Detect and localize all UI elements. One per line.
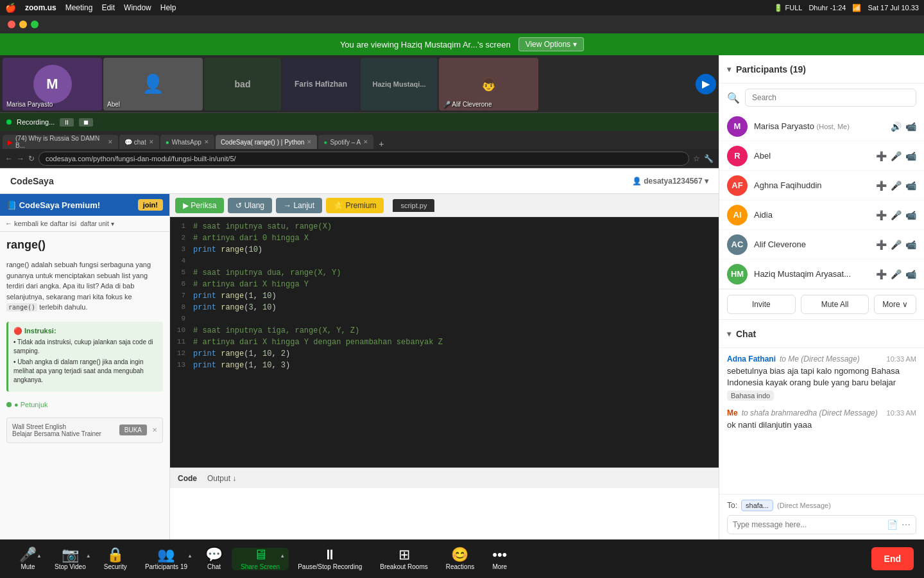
toolbar-recording[interactable]: ⏸ Pause/Stop Recording <box>289 548 371 570</box>
instruction-title: 🔴 Instruksi: <box>13 327 158 335</box>
video-nav-arrow[interactable]: ▶ <box>696 74 716 94</box>
toolbar-reactions[interactable]: 😊 Reactions <box>437 548 483 570</box>
more-label: More <box>492 563 507 570</box>
output-tab-code[interactable]: Code <box>178 474 197 483</box>
browser-tab-whatsapp[interactable]: ● WhatsApp ✕ <box>160 135 214 149</box>
security-icon: 🔒 <box>107 548 124 562</box>
new-tab-button[interactable]: + <box>375 139 388 149</box>
hint-link[interactable]: ● Petunjuk <box>0 397 169 412</box>
video-icon-marisa[interactable]: 📹 <box>905 121 916 132</box>
close-button[interactable] <box>8 21 15 28</box>
view-options-button[interactable]: View Options ▾ <box>518 37 584 51</box>
tab-close-2[interactable]: ✕ <box>204 139 209 145</box>
tab-close-4[interactable]: ✕ <box>363 139 368 145</box>
periksa-button[interactable]: ▶ Periksa <box>175 198 224 213</box>
toolbar-participants[interactable]: ▲ 👥 Participants 19 <box>136 548 196 570</box>
mute-icon: 🎤 <box>19 548 37 562</box>
browser-tab-spotify[interactable]: ● Spotify – A ✕ <box>318 135 373 149</box>
browser-tab-youtube[interactable]: ▶ (74) Why is Russia So DAMN B... ✕ <box>3 135 118 149</box>
video-icon-aidia[interactable]: 📹 <box>905 210 916 220</box>
add-icon-alif[interactable]: ➕ <box>876 240 887 250</box>
toolbar-breakout[interactable]: ⊞ Breakout Rooms <box>371 548 436 570</box>
breakout-label: Breakout Rooms <box>380 563 427 570</box>
toolbar-more[interactable]: ••• More <box>483 548 516 570</box>
chat-sender-1: Me <box>727 408 738 417</box>
mute-all-button[interactable]: Mute All <box>801 295 869 314</box>
premium-join-button[interactable]: join! <box>138 199 163 211</box>
video-icon-aghna[interactable]: 📹 <box>905 180 916 191</box>
menu-window[interactable]: Window <box>124 3 151 12</box>
chat-file-button[interactable]: 📄 <box>887 520 898 530</box>
bookmark-button[interactable]: ☆ <box>693 154 700 163</box>
output-tab-output[interactable]: Output ↓ <box>207 474 236 483</box>
video-arrow: ▲ <box>86 553 91 559</box>
mic-icon-abel[interactable]: 🎤 <box>891 151 902 161</box>
recording-pause-button[interactable]: ⏸ <box>60 118 74 127</box>
invite-button[interactable]: Invite <box>727 295 796 314</box>
mic-icon-haziq[interactable]: 🎤 <box>891 269 902 279</box>
chat-to-select[interactable]: shafa... <box>741 500 773 511</box>
toolbar-share-screen[interactable]: ▲ 🖥 Share Screen <box>232 548 289 570</box>
apple-menu[interactable]: 🍎 <box>5 3 16 13</box>
unit-dropdown[interactable]: daftar unit ▾ <box>80 220 114 227</box>
toolbar-mute[interactable]: ▲ 🎤 Mute <box>10 548 46 570</box>
participants-search-input[interactable] <box>745 89 916 107</box>
ulang-button[interactable]: ↺ Ulang <box>228 198 272 213</box>
add-icon-aghna[interactable]: ➕ <box>876 180 887 191</box>
back-to-list-link[interactable]: ← kembali ke daftar isi <box>5 220 76 227</box>
menubar-wifi: 📶 <box>852 4 861 12</box>
video-thumb-haziq: Haziq Mustaqi... <box>361 58 438 110</box>
mic-icon-alif[interactable]: 🎤 <box>891 240 902 250</box>
extensions-button[interactable]: 🔧 <box>704 154 714 163</box>
file-tab-script[interactable]: script.py <box>393 199 434 212</box>
refresh-button[interactable]: ↻ <box>28 154 35 163</box>
toolbar-chat[interactable]: 💬 Chat <box>196 548 232 570</box>
chat-text-input[interactable] <box>733 520 883 529</box>
end-button[interactable]: End <box>871 547 914 570</box>
code-line-5: 5 # saat inputnya dua, range(X, Y) <box>170 268 719 280</box>
tab-close-3[interactable]: ✕ <box>307 139 312 145</box>
chat-header: ▾ Chat <box>719 320 924 348</box>
chat-text-1: ok nanti dilanjutin yaaa <box>727 419 916 431</box>
chat-collapse[interactable]: ▾ <box>727 329 731 338</box>
mic-icon-marisa[interactable]: 🔊 <box>891 121 902 132</box>
premium-button[interactable]: ⭐ Premium <box>326 198 384 213</box>
add-icon-haziq[interactable]: ➕ <box>876 269 887 279</box>
tab-close-1[interactable]: ✕ <box>149 139 154 145</box>
ad-buka-button[interactable]: BUKA <box>119 425 147 435</box>
more-button[interactable]: More ∨ <box>874 295 916 314</box>
main-layout: M Marisa Paryasto 👤 Abel bad Faris Hafiz… <box>0 55 924 539</box>
browser-tab-chat[interactable]: 💬 chat ✕ <box>119 135 159 149</box>
chat-more-button[interactable]: ⋯ <box>902 520 911 530</box>
mic-icon-aidia[interactable]: 🎤 <box>891 210 902 220</box>
browser-tab-codesaya[interactable]: CodeSaya( range() ) | Python ✕ <box>216 135 317 149</box>
chat-message-1: Me to shafa brahmaredha (Direct Message)… <box>727 408 916 431</box>
tab-close-0[interactable]: ✕ <box>108 139 113 145</box>
mic-icon-aghna[interactable]: 🎤 <box>891 180 902 191</box>
video-icon-haziq[interactable]: 📹 <box>905 269 916 279</box>
menubar-prayer: Dhuhr -1:24 <box>809 4 846 12</box>
back-button[interactable]: ← <box>5 154 13 163</box>
menu-zoom[interactable]: zoom.us <box>25 3 56 12</box>
chat-label: Chat <box>207 563 221 570</box>
menu-meeting[interactable]: Meeting <box>65 3 93 12</box>
forward-button[interactable]: → <box>17 154 24 163</box>
lanjut-button[interactable]: → Lanjut <box>276 198 322 213</box>
toolbar-security[interactable]: 🔒 Security <box>95 548 136 570</box>
menu-help[interactable]: Help <box>160 3 176 12</box>
code-editor[interactable]: 1 # saat inputnya satu, range(X) 2 # art… <box>170 217 719 468</box>
add-icon-abel[interactable]: ➕ <box>876 151 887 161</box>
menu-edit[interactable]: Edit <box>101 3 115 12</box>
url-input[interactable] <box>38 152 689 166</box>
participant-marisa: M Marisa Paryasto (Host, Me) 🔊 📹 <box>719 112 924 141</box>
recording-stop-button[interactable]: ⏹ <box>79 118 93 127</box>
video-icon-alif[interactable]: 📹 <box>905 240 916 250</box>
premium-logo: 📘 CodeSaya Premium! <box>6 200 100 210</box>
video-icon-abel[interactable]: 📹 <box>905 151 916 161</box>
ad-close-button[interactable]: ✕ <box>152 426 157 434</box>
participants-collapse[interactable]: ▾ <box>727 65 731 74</box>
add-icon-aidia[interactable]: ➕ <box>876 210 887 220</box>
fullscreen-button[interactable] <box>31 21 38 28</box>
minimize-button[interactable] <box>19 21 27 28</box>
toolbar-stop-video[interactable]: ▲ 📷 Stop Video <box>46 548 95 570</box>
